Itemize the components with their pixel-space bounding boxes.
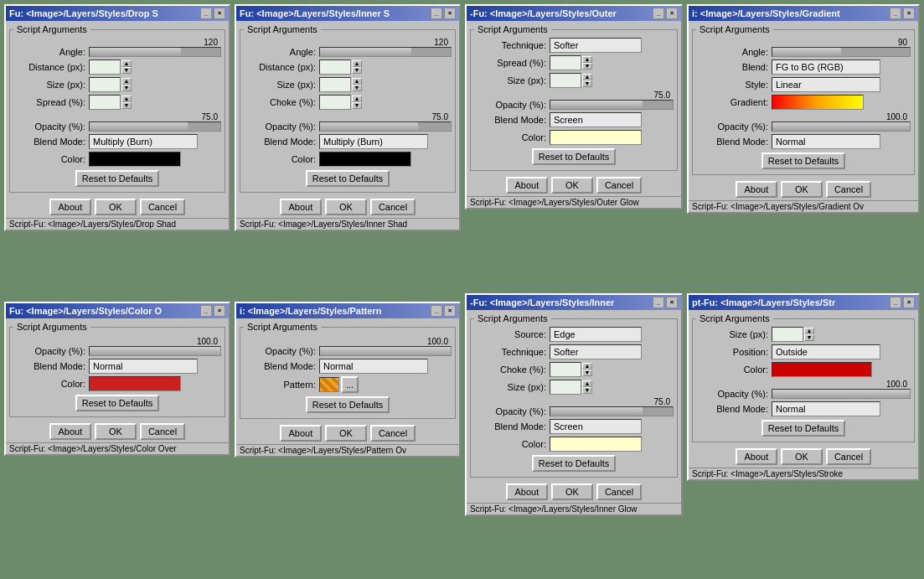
color-overlay-about[interactable]: About [49,423,91,440]
st-position-dropdown[interactable]: Outside [772,344,880,359]
gradient-overlay-minimize[interactable]: _ [890,8,901,19]
is-choke-input[interactable]: 0 [319,95,351,110]
po-pattern-btn[interactable]: ... [341,376,359,393]
inner-glow-about[interactable]: About [506,483,548,500]
spread-down[interactable]: ▼ [121,102,132,109]
st-blend-dropdown[interactable]: Normal [772,401,880,416]
og-spread-up[interactable]: ▲ [582,56,592,63]
ig-choke-up[interactable]: ▲ [582,363,592,370]
pattern-overlay-titlebar[interactable]: i: <Image>/Layers/Styles/Pattern _ × [236,303,459,318]
drop-shadow-reset[interactable]: Reset to Defaults [75,170,159,187]
color-overlay-reset[interactable]: Reset to Defaults [75,395,159,411]
drop-shadow-close[interactable]: × [214,8,225,19]
og-technique-dropdown[interactable]: Softer [550,38,642,53]
spread-up[interactable]: ▲ [121,96,132,102]
is-size-input[interactable]: 5 [319,77,351,92]
inner-glow-close[interactable]: × [666,297,678,308]
inner-shadow-titlebar[interactable]: Fu: <Image>/Layers/Styles/Inner S _ × [236,6,459,21]
outer-glow-titlebar[interactable]: -Fu: <Image>/Layers/Styles/Outer _ × [467,6,681,21]
pattern-overlay-about[interactable]: About [280,425,322,442]
co-blend-dropdown[interactable]: Normal [89,359,198,374]
color-overlay-close[interactable]: × [214,305,225,317]
inner-shadow-close[interactable]: × [444,8,456,19]
co-opacity-slider[interactable] [89,346,221,356]
ig-color-swatch[interactable] [550,437,642,452]
ig-blend-dropdown[interactable]: Screen [550,419,642,434]
outer-glow-cancel[interactable]: Cancel [596,177,642,194]
gradient-overlay-about[interactable]: About [736,181,777,198]
inner-shadow-cancel[interactable]: Cancel [370,199,416,215]
inner-shadow-minimize[interactable]: _ [431,8,442,19]
drop-shadow-about[interactable]: About [49,199,91,215]
gradient-overlay-ok[interactable]: OK [781,181,823,198]
go-style-dropdown[interactable]: Linear [772,77,880,92]
ig-choke-down[interactable]: ▼ [582,370,592,376]
st-size-input[interactable]: 3 [772,327,803,342]
opacity-slider[interactable] [89,121,221,132]
ig-size-up[interactable]: ▲ [582,380,592,387]
size-input[interactable]: 5 [89,77,121,92]
stroke-reset[interactable]: Reset to Defaults [761,420,845,437]
is-size-up[interactable]: ▲ [352,78,362,85]
color-overlay-cancel[interactable]: Cancel [140,423,185,440]
stroke-about[interactable]: About [736,448,777,465]
outer-glow-about[interactable]: About [506,177,548,194]
co-color-swatch[interactable] [89,376,181,391]
gradient-overlay-close[interactable]: × [903,8,915,19]
color-overlay-ok[interactable]: OK [95,423,137,440]
is-distance-down[interactable]: ▼ [352,67,362,74]
go-blend-dropdown[interactable]: FG to BG (RGB) [772,59,880,75]
pattern-overlay-reset[interactable]: Reset to Defaults [306,396,390,413]
inner-glow-cancel[interactable]: Cancel [596,483,642,500]
inner-shadow-about[interactable]: About [280,199,322,215]
size-spinbox[interactable]: 5 ▲ ▼ [89,77,132,92]
pattern-overlay-minimize[interactable]: _ [431,305,442,317]
og-spread-input[interactable]: 0 [550,55,581,70]
blend-mode-dropdown[interactable]: Multiply (Burn) [89,134,198,149]
color-overlay-minimize[interactable]: _ [200,305,212,317]
ig-source-dropdown[interactable]: Edge [550,327,642,342]
po-opacity-slider[interactable] [319,346,452,356]
st-size-down[interactable]: ▼ [804,334,814,341]
drop-shadow-titlebar[interactable]: Fu: <Image>/Layers/Styles/Drop S _ × [6,6,229,21]
gradient-overlay-titlebar[interactable]: i: <Image>/Layers/Styles/Gradient _ × [689,6,918,21]
distance-input[interactable]: 5 [89,59,121,75]
inner-shadow-reset[interactable]: Reset to Defaults [306,170,390,187]
og-spread-down[interactable]: ▼ [582,63,592,70]
og-size-down[interactable]: ▼ [582,80,592,87]
stroke-ok[interactable]: OK [781,448,823,465]
stroke-minimize[interactable]: _ [890,297,901,308]
ig-technique-dropdown[interactable]: Softer [550,344,642,359]
st-opacity-slider[interactable] [772,389,911,399]
color-overlay-titlebar[interactable]: Fu: <Image>/Layers/Styles/Color O _ × [6,303,229,318]
gradient-overlay-reset[interactable]: Reset to Defaults [761,153,845,169]
stroke-cancel[interactable]: Cancel [826,448,871,465]
st-color-swatch[interactable] [772,362,872,377]
st-size-up[interactable]: ▲ [804,328,814,334]
is-opacity-slider[interactable] [319,121,452,132]
ig-opacity-slider[interactable] [550,406,674,416]
is-choke-down[interactable]: ▼ [352,102,362,109]
gradient-overlay-cancel[interactable]: Cancel [826,181,871,198]
color-swatch[interactable] [89,152,181,167]
outer-glow-close[interactable]: × [666,8,678,19]
ig-size-input[interactable]: 103 [550,380,581,395]
angle-slider[interactable] [89,47,221,57]
is-blend-dropdown[interactable]: Multiply (Burn) [319,134,428,149]
is-angle-slider[interactable] [319,47,452,57]
pattern-overlay-ok[interactable]: OK [325,425,367,442]
og-opacity-slider[interactable] [550,100,674,110]
ig-size-down[interactable]: ▼ [582,387,592,394]
stroke-titlebar[interactable]: pt-Fu: <Image>/Layers/Styles/Str _ × [689,295,918,310]
distance-down[interactable]: ▼ [121,67,132,74]
inner-glow-titlebar[interactable]: -Fu: <Image>/Layers/Styles/Inner _ × [467,295,681,310]
inner-shadow-ok[interactable]: OK [325,199,367,215]
outer-glow-ok[interactable]: OK [551,177,593,194]
is-choke-up[interactable]: ▲ [352,96,362,102]
is-distance-input[interactable]: 5 [319,59,351,75]
distance-spinbox[interactable]: 5 ▲ ▼ [89,59,132,75]
outer-glow-minimize[interactable]: _ [653,8,664,19]
inner-glow-minimize[interactable]: _ [653,297,664,308]
drop-shadow-minimize[interactable]: _ [200,8,212,19]
spread-input[interactable]: 0 [89,95,121,110]
